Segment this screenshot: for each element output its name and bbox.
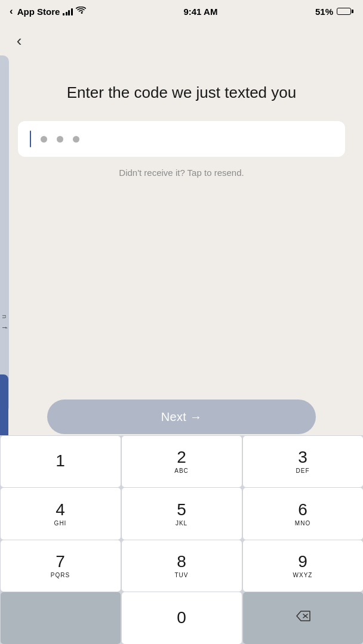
key-4[interactable]: 4 GHI [1, 488, 121, 540]
partial-label-f: f [1, 327, 8, 329]
signal-icon [63, 8, 73, 16]
key-7[interactable]: 7 PQRS [1, 540, 121, 592]
blue-accent-strip [0, 374, 8, 440]
battery-icon [337, 8, 353, 15]
key-5[interactable]: 5 JKL [122, 488, 242, 540]
code-dot-3 [73, 136, 79, 143]
next-button-label: Next → [161, 410, 202, 424]
key-delete[interactable] [243, 592, 363, 644]
carrier-label: App Store [17, 7, 60, 17]
key-1[interactable]: 1 [1, 436, 121, 488]
code-input-field[interactable] [18, 121, 345, 157]
text-cursor [30, 131, 31, 147]
delete-icon [294, 610, 311, 626]
keyboard-row-4: 0 [0, 592, 363, 645]
status-battery: 51% [315, 7, 353, 17]
back-button[interactable]: ‹ [6, 27, 32, 54]
card-content: Enter the code we just texted you Didn't… [0, 58, 363, 458]
page-title: Enter the code we just texted you [67, 82, 296, 103]
keyboard-row-1: 1 2 ABC 3 DEF [0, 435, 363, 488]
content-area: n f ‹ Enter the code we just texted you … [0, 23, 363, 458]
wifi-icon [76, 7, 86, 16]
code-dot-2 [57, 136, 63, 143]
keyboard-row-2: 4 GHI 5 JKL 6 MNO [0, 488, 363, 540]
keyboard-row-3: 7 PQRS 8 TUV 9 WXYZ [0, 540, 363, 592]
numeric-keyboard: 1 2 ABC 3 DEF 4 GHI 5 JKL 6 MNO 7 PQRS [0, 435, 363, 644]
key-8[interactable]: 8 TUV [122, 540, 242, 592]
key-3[interactable]: 3 DEF [243, 436, 363, 488]
key-empty [1, 592, 121, 644]
partial-slide-bg [0, 55, 9, 413]
battery-percentage: 51% [315, 7, 333, 17]
partial-label-n: n [1, 315, 8, 318]
status-time: 9:41 AM [183, 7, 217, 17]
status-carrier: ‹ App Store [10, 5, 86, 17]
key-2[interactable]: 2 ABC [122, 436, 242, 488]
key-9[interactable]: 9 WXYZ [243, 540, 363, 592]
status-bar: ‹ App Store 9:41 AM 51% [0, 0, 363, 23]
code-dot-1 [41, 136, 47, 143]
key-6[interactable]: 6 MNO [243, 488, 363, 540]
key-0[interactable]: 0 [122, 592, 242, 644]
resend-label[interactable]: Didn't receive it? Tap to resend. [119, 168, 244, 178]
back-chevron-icon: ‹ [17, 32, 22, 50]
back-indicator-icon: ‹ [10, 5, 13, 17]
next-button[interactable]: Next → [47, 400, 315, 434]
